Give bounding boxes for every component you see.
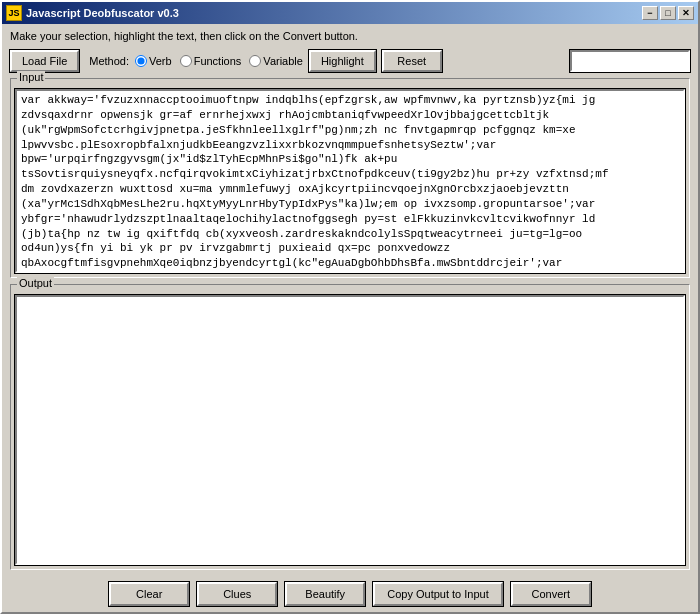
copy-output-to-input-button[interactable]: Copy Output to Input bbox=[373, 582, 503, 606]
radio-verb-label: Verb bbox=[149, 55, 172, 67]
input-panel-label: Input bbox=[17, 71, 45, 83]
title-bar-left: JS Javascript Deobfuscator v0.3 bbox=[6, 5, 179, 21]
output-panel: Output bbox=[10, 284, 690, 570]
maximize-button[interactable]: □ bbox=[660, 6, 676, 20]
close-button[interactable]: ✕ bbox=[678, 6, 694, 20]
output-textarea[interactable] bbox=[15, 295, 685, 565]
method-radio-group: Verb Functions Variable bbox=[135, 55, 303, 67]
toolbar: Load File Method: Verb Functions Variabl… bbox=[10, 50, 690, 72]
reset-button[interactable]: Reset bbox=[382, 50, 442, 72]
output-panel-label: Output bbox=[17, 277, 54, 289]
radio-verb-option[interactable]: Verb bbox=[135, 55, 172, 67]
load-file-button[interactable]: Load File bbox=[10, 50, 79, 72]
radio-functions-input[interactable] bbox=[180, 55, 192, 67]
radio-functions-option[interactable]: Functions bbox=[180, 55, 242, 67]
radio-functions-label: Functions bbox=[194, 55, 242, 67]
radio-variable-option[interactable]: Variable bbox=[249, 55, 303, 67]
output-panel-inner bbox=[11, 285, 689, 569]
radio-verb-input[interactable] bbox=[135, 55, 147, 67]
app-icon: JS bbox=[6, 5, 22, 21]
clues-button[interactable]: Clues bbox=[197, 582, 277, 606]
title-buttons: − □ ✕ bbox=[642, 6, 694, 20]
input-panel-inner bbox=[11, 79, 689, 277]
method-label: Method: bbox=[89, 55, 129, 67]
input-textarea[interactable] bbox=[15, 89, 685, 273]
main-window: JS Javascript Deobfuscator v0.3 − □ ✕ Ma… bbox=[0, 0, 700, 614]
window-title: Javascript Deobfuscator v0.3 bbox=[26, 7, 179, 19]
search-input[interactable] bbox=[570, 50, 690, 72]
highlight-button[interactable]: Highlight bbox=[309, 50, 376, 72]
title-bar: JS Javascript Deobfuscator v0.3 − □ ✕ bbox=[2, 2, 698, 24]
radio-variable-label: Variable bbox=[263, 55, 303, 67]
window-body: Make your selection, highlight the text,… bbox=[2, 24, 698, 576]
input-panel: Input bbox=[10, 78, 690, 278]
bottom-toolbar: Clear Clues Beautify Copy Output to Inpu… bbox=[2, 576, 698, 612]
minimize-button[interactable]: − bbox=[642, 6, 658, 20]
subtitle-text: Make your selection, highlight the text,… bbox=[10, 30, 690, 42]
convert-button[interactable]: Convert bbox=[511, 582, 591, 606]
beautify-button[interactable]: Beautify bbox=[285, 582, 365, 606]
clear-button[interactable]: Clear bbox=[109, 582, 189, 606]
radio-variable-input[interactable] bbox=[249, 55, 261, 67]
